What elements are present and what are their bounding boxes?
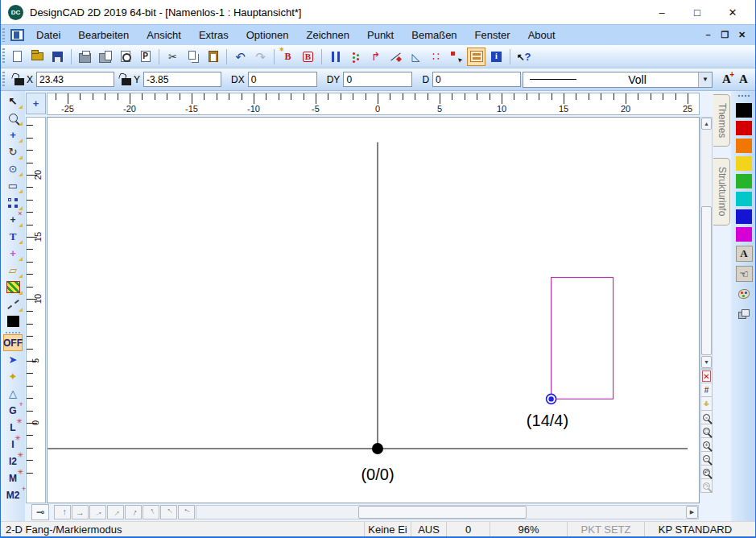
font-style-button[interactable]: A <box>735 71 752 88</box>
menu-item-about[interactable]: About <box>519 25 564 45</box>
ruler-origin-button[interactable]: + <box>26 93 46 114</box>
color-swatch-3[interactable] <box>736 139 752 153</box>
scroll-right-button[interactable]: ▶ <box>686 506 698 519</box>
snap-grid-button[interactable]: + <box>700 396 713 411</box>
text-tool[interactable]: T <box>3 228 23 245</box>
snap-line-button[interactable] <box>386 48 405 66</box>
parallel-lines-button[interactable] <box>326 48 345 66</box>
cut-button[interactable]: ✂ <box>163 48 182 66</box>
color-swatch-6[interactable] <box>736 192 752 206</box>
rotate-tool[interactable]: ↻ <box>3 143 23 160</box>
context-help-button[interactable]: ↖? <box>514 48 533 66</box>
print-to-file-button[interactable] <box>96 48 114 66</box>
menu-item-ansicht[interactable]: Ansicht <box>138 25 190 45</box>
horizontal-scrollbar-thumb[interactable] <box>358 506 527 519</box>
d-distance-input[interactable] <box>432 72 521 87</box>
record-macro-button[interactable]: B <box>279 48 297 66</box>
lock-icon[interactable] <box>14 78 24 85</box>
direction-up-right-steep-button[interactable]: → <box>125 505 142 519</box>
rectangle-tool[interactable]: ▭ <box>3 177 23 194</box>
direction-up-left-steep-button[interactable]: → <box>143 505 159 519</box>
color-swatch-1[interactable] <box>736 103 752 118</box>
tab-themes[interactable]: Themes <box>713 94 730 147</box>
vertical-scrollbar-thumb[interactable] <box>701 206 712 355</box>
zoom-in-button[interactable]: + <box>700 437 713 452</box>
select-tool[interactable]: ↖ <box>3 93 23 110</box>
circle-tool[interactable]: ⊙ <box>3 160 23 177</box>
color-swatch-4[interactable] <box>736 156 752 171</box>
zoom-extents-button[interactable]: □ <box>700 424 713 438</box>
direction-up-right-button[interactable]: → <box>107 505 124 519</box>
menu-item-datei[interactable]: Datei <box>27 25 69 45</box>
document-icon[interactable] <box>10 29 24 41</box>
direction-up-button[interactable]: → <box>54 505 71 519</box>
intersection2-snap-tool[interactable]: I2✳ <box>3 453 23 470</box>
color-swatch-2[interactable] <box>736 121 752 135</box>
info-button[interactable]: i <box>487 48 506 66</box>
line-style-dropdown[interactable]: Voll ▼ <box>523 72 713 88</box>
print-button[interactable] <box>76 48 94 66</box>
zoom-out-button[interactable]: − <box>700 451 713 466</box>
wand-tool[interactable]: ✦ <box>3 368 23 385</box>
menu-item-zeichnen[interactable]: Zeichnen <box>298 25 358 45</box>
snap-off-button[interactable]: OFF <box>3 334 23 351</box>
delta-snap-tool[interactable]: △ <box>3 385 23 402</box>
vertical-scrollbar[interactable]: ▲ ▼ <box>700 117 713 369</box>
lock-icon[interactable] <box>122 78 131 85</box>
structure-button[interactable] <box>736 306 753 322</box>
edit-points-tool[interactable]: ▱ <box>3 262 23 279</box>
paste-button[interactable] <box>204 48 222 66</box>
tab-strukturinfo[interactable]: Strukturinfo <box>713 158 730 225</box>
palette-button[interactable] <box>736 286 753 302</box>
menu-item-optionen[interactable]: Optionen <box>238 25 298 45</box>
direction-up-left-low-button[interactable]: → <box>178 505 195 519</box>
drawing-canvas[interactable]: (0/0)(14/4) <box>47 117 700 503</box>
x-coordinate-input[interactable] <box>36 72 114 87</box>
undo-button[interactable]: ↶ <box>231 48 250 66</box>
intersection-snap-tool[interactable]: I✳ <box>3 436 23 453</box>
menu-item-bema-en[interactable]: Bemaßen <box>403 25 465 45</box>
crosshair-tool[interactable]: + <box>3 245 23 262</box>
new-file-button[interactable] <box>8 48 27 66</box>
gravity-snap-tool[interactable]: G+ <box>3 402 23 419</box>
menu-item-bearbeiten[interactable]: Bearbeiten <box>69 25 138 45</box>
run-macro-button[interactable]: B <box>299 48 317 66</box>
zoom-previous-button[interactable]: ↶ <box>700 465 713 479</box>
redo-button[interactable]: ↷ <box>251 48 270 66</box>
direction-up-right-low-button[interactable]: → <box>89 505 106 519</box>
minimize-button[interactable]: – <box>644 2 680 22</box>
delete-point-tool[interactable]: +× <box>3 211 23 228</box>
zoom-tool[interactable] <box>3 110 23 126</box>
resize-grip[interactable] <box>746 522 755 536</box>
text-style-button[interactable]: A <box>736 246 753 262</box>
direction-tool-button[interactable]: ⊸ <box>31 504 49 520</box>
page-setup-button[interactable]: P <box>136 48 155 66</box>
grid-button[interactable]: # <box>700 383 713 397</box>
maximize-button[interactable]: □ <box>680 2 715 22</box>
mdi-minimize-button[interactable]: – <box>700 30 717 40</box>
color-swatch-7[interactable] <box>736 209 752 224</box>
print-preview-button[interactable] <box>116 48 134 66</box>
chevron-down-icon[interactable]: ▼ <box>698 72 712 87</box>
menu-item-extras[interactable]: Extras <box>190 25 238 45</box>
midpoint2-snap-tool[interactable]: M2+ <box>3 486 23 503</box>
set-handle-button[interactable] <box>447 48 465 66</box>
color-swatch[interactable] <box>3 312 23 329</box>
color-swatch-5[interactable] <box>736 174 752 188</box>
line-snap-tool[interactable]: L✳ <box>3 419 23 436</box>
y-coordinate-input[interactable] <box>143 72 221 87</box>
scroll-down-button[interactable]: ▼ <box>701 356 712 368</box>
trace-mode-button[interactable]: ↱ <box>366 48 385 66</box>
zoom-window-button[interactable]: ▫ <box>700 410 713 424</box>
select-outline-button[interactable]: ◺ <box>407 48 425 66</box>
menu-item-fenster[interactable]: Fenster <box>466 25 519 45</box>
mdi-restore-button[interactable]: ❐ <box>717 30 733 40</box>
direction-up-left-button[interactable]: → <box>160 505 177 519</box>
array-tool[interactable] <box>3 194 23 211</box>
ortho-mode-button[interactable] <box>346 48 365 66</box>
copy-button[interactable] <box>184 48 202 66</box>
layer-options-button[interactable] <box>467 48 485 66</box>
open-file-button[interactable] <box>28 48 47 66</box>
move-point-tool[interactable]: + <box>3 126 23 143</box>
scroll-up-button[interactable]: ▲ <box>701 118 712 130</box>
